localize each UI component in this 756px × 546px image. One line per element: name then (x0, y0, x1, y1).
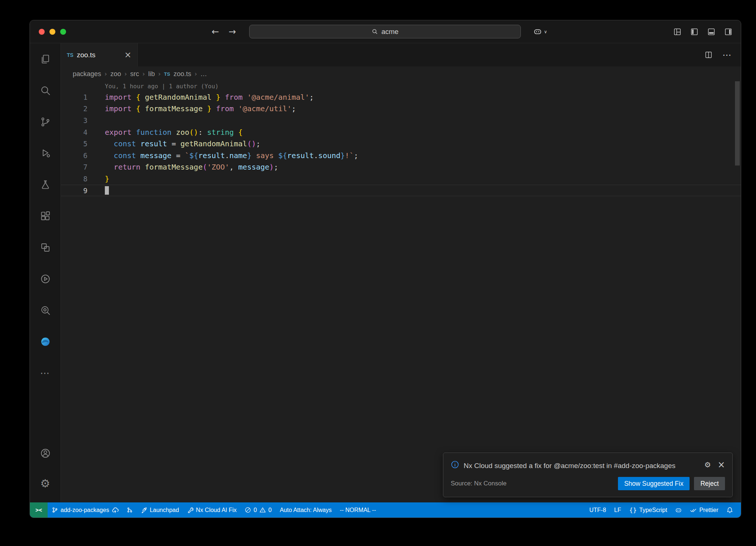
nx-cloud-ai-fix-button[interactable]: Nx Cloud AI Fix (183, 502, 241, 518)
activity-item-explorer[interactable] (30, 43, 61, 75)
auto-attach-indicator[interactable]: Auto Attach: Always (276, 502, 336, 518)
copilot-icon (533, 27, 542, 36)
activity-item-extensions[interactable] (30, 200, 61, 232)
explorer-icon (40, 54, 51, 65)
traffic-lights (39, 29, 66, 35)
remote-icon: >< (35, 507, 42, 513)
search-value: acme (381, 28, 398, 36)
eol-indicator[interactable]: LF (610, 502, 625, 518)
breadcrumb-item[interactable]: zoo (110, 70, 121, 78)
code-editor[interactable]: You, 1 hour ago | 1 author (You) 1import… (61, 81, 741, 502)
settings-gear-icon: ⚙ (40, 478, 50, 489)
line-number: 7 (61, 163, 87, 171)
toggle-secondary-sidebar-icon[interactable] (725, 28, 732, 35)
notification-settings-gear-icon[interactable]: ⚙ (704, 460, 711, 469)
account-icon (40, 448, 51, 459)
code-line[interactable]: 3 (61, 115, 741, 126)
search-icon (372, 28, 378, 35)
chevron-right-icon: › (124, 70, 127, 78)
notification-message: Nx Cloud suggested a fix for @acme/zoo:t… (464, 460, 692, 471)
editor-scrollbar[interactable] (735, 81, 740, 165)
nav-back-icon[interactable]: ← (212, 27, 219, 37)
activity-item-remote-explorer[interactable] (30, 232, 61, 263)
git-branch-icon (52, 507, 58, 513)
copilot-status-button[interactable] (671, 502, 686, 518)
code-line[interactable]: 7 return formatMessage('ZOO', message); (61, 161, 741, 173)
source-control-icon (40, 116, 51, 127)
breadcrumb-item[interactable]: src (130, 70, 139, 78)
line-number: 1 (61, 93, 87, 101)
chevron-right-icon: › (104, 70, 107, 78)
activity-item-code-search[interactable] (30, 294, 61, 326)
close-tab-icon[interactable]: × (124, 51, 131, 59)
account-button[interactable] (30, 438, 61, 468)
problems-indicator[interactable]: 0 0 (241, 502, 276, 518)
bell-icon (726, 507, 733, 513)
close-window-button[interactable] (39, 29, 45, 35)
more-views-icon: ⋯ (40, 368, 51, 378)
status-bar: >< add-zoo-packages Launchpad Nx Cloud A… (30, 502, 741, 518)
notifications-bell-button[interactable] (722, 502, 737, 518)
code-line[interactable]: 2import { formatMessage } from '@acme/ut… (61, 103, 741, 115)
breadcrumb-item[interactable]: lib (148, 70, 155, 78)
activity-item-nx-console[interactable] (30, 263, 61, 294)
line-number: 5 (61, 140, 87, 148)
command-center-search[interactable]: acme (249, 25, 521, 38)
vim-block-cursor (105, 186, 109, 195)
activity-item-testing[interactable] (30, 169, 61, 200)
remote-indicator[interactable]: >< (30, 502, 48, 518)
notification-toast: Nx Cloud suggested a fix for @acme/zoo:t… (443, 453, 733, 497)
search-view-icon (40, 85, 51, 96)
testing-beaker-icon (40, 179, 51, 190)
activity-item-search[interactable] (30, 75, 61, 106)
git-graph-button[interactable] (123, 502, 137, 518)
remote-explorer-icon (40, 242, 51, 253)
split-editor-icon[interactable] (705, 51, 712, 58)
breadcrumb-item[interactable]: packages (73, 70, 101, 78)
code-line[interactable]: 1import { getRandomAnimal } from '@acme/… (61, 91, 741, 103)
nav-forward-icon[interactable]: → (228, 27, 236, 37)
settings-button[interactable]: ⚙ (30, 468, 61, 499)
code-line[interactable]: 6 const message = `${result.name} says $… (61, 150, 741, 161)
breadcrumb-item-file[interactable]: zoo.ts (173, 70, 191, 78)
activity-item-edge-devtools[interactable] (30, 326, 61, 357)
zoom-window-button[interactable] (60, 29, 66, 35)
chevron-right-icon: › (158, 70, 161, 78)
notification-close-icon[interactable]: × (718, 460, 725, 469)
gitlens-blame-annotation[interactable]: You, 1 hour ago | 1 author (You) (105, 81, 741, 91)
toggle-panel-icon[interactable] (708, 28, 715, 35)
minimize-window-button[interactable] (49, 29, 55, 35)
launchpad-button[interactable]: Launchpad (137, 502, 183, 518)
encoding-indicator[interactable]: UTF-8 (585, 502, 610, 518)
breadcrumb-item-symbol[interactable]: … (200, 70, 207, 78)
customize-layout-icon[interactable] (674, 28, 681, 35)
vscode-window: ← → acme ∨ (30, 20, 741, 518)
tab-label: zoo.ts (77, 51, 96, 59)
branch-name: add-zoo-packages (61, 507, 109, 513)
wrench-icon (187, 507, 193, 513)
git-graph-icon (127, 507, 133, 513)
run-debug-icon (40, 148, 51, 159)
code-line[interactable]: 4export function zoo(): string { (61, 126, 741, 138)
language-mode-indicator[interactable]: {} TypeScript (625, 502, 671, 518)
editor-more-actions-icon[interactable]: ⋯ (722, 50, 731, 60)
info-icon (451, 460, 459, 469)
code-line[interactable]: 9 (61, 185, 741, 197)
code-line[interactable]: 8} (61, 173, 741, 185)
code-line[interactable]: 5 const result = getRandomAnimal(); (61, 138, 741, 150)
tab-zoo-ts[interactable]: TS zoo.ts × (61, 43, 138, 66)
vim-mode-indicator[interactable]: -- NORMAL -- (336, 502, 380, 518)
line-number: 6 (61, 151, 87, 160)
prettier-indicator[interactable]: Prettier (686, 502, 722, 518)
typescript-file-icon: TS (164, 71, 170, 77)
activity-item-source-control[interactable] (30, 106, 61, 137)
line-number: 2 (61, 105, 87, 113)
activity-item-run-debug[interactable] (30, 137, 61, 169)
activity-item-additional-views[interactable]: ⋯ (30, 357, 61, 389)
reject-button[interactable]: Reject (694, 477, 725, 490)
show-suggested-fix-button[interactable]: Show Suggested Fix (618, 477, 690, 490)
copilot-icon (675, 507, 682, 513)
branch-indicator[interactable]: add-zoo-packages (48, 502, 123, 518)
toggle-primary-sidebar-icon[interactable] (691, 28, 698, 35)
copilot-menu-button[interactable]: ∨ (533, 27, 547, 36)
